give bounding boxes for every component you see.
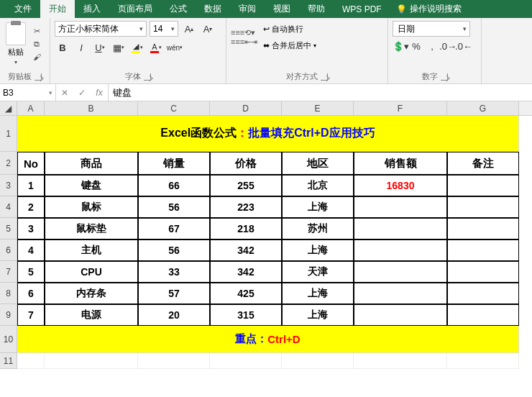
cell-item[interactable]: 键盘: [45, 175, 138, 196]
increase-font-button[interactable]: A▴: [181, 21, 197, 37]
percent-button[interactable]: %: [408, 38, 424, 54]
cell-no[interactable]: 2: [17, 196, 45, 218]
cell-qty[interactable]: 67: [138, 218, 210, 239]
col-header-A[interactable]: A: [17, 101, 45, 115]
cell-note[interactable]: [447, 175, 519, 196]
cell-region[interactable]: 天津: [282, 261, 354, 283]
cell-region[interactable]: 上海: [282, 196, 354, 218]
tab-file[interactable]: 文件: [6, 0, 40, 18]
cell[interactable]: [282, 353, 354, 369]
increase-decimal-button[interactable]: .0→: [440, 38, 456, 54]
comma-button[interactable]: ,: [424, 38, 440, 54]
cell-no[interactable]: 1: [17, 175, 45, 196]
cell-item[interactable]: 鼠标垫: [45, 218, 138, 239]
cell-qty[interactable]: 56: [138, 196, 210, 218]
cell-price[interactable]: 223: [210, 196, 282, 218]
currency-button[interactable]: 💲▾: [393, 38, 408, 54]
underline-button[interactable]: U▾: [92, 40, 108, 55]
fill-color-button[interactable]: ◢▾: [129, 40, 145, 55]
row-header-5[interactable]: 5: [0, 218, 17, 239]
number-launcher[interactable]: [441, 73, 448, 81]
cancel-button[interactable]: ✕: [56, 88, 73, 98]
decrease-indent-button[interactable]: ⇤: [244, 37, 251, 47]
tab-insert[interactable]: 插入: [75, 0, 109, 18]
bold-button[interactable]: B: [55, 40, 70, 55]
cell-qty[interactable]: 20: [138, 304, 210, 326]
cell-price[interactable]: 342: [210, 261, 282, 283]
hdr-qty[interactable]: 销量: [138, 152, 210, 175]
decrease-font-button[interactable]: A▾: [200, 21, 216, 37]
cell-note[interactable]: [447, 304, 519, 326]
increase-indent-button[interactable]: ⇥: [251, 37, 257, 47]
border-button[interactable]: ▦▾: [111, 40, 127, 55]
cell-price[interactable]: 218: [210, 218, 282, 239]
hdr-no[interactable]: No: [17, 152, 45, 175]
hdr-item[interactable]: 商品: [45, 152, 138, 175]
cell-no[interactable]: 6: [17, 283, 45, 304]
cell-note[interactable]: [447, 196, 519, 218]
cell-region[interactable]: 北京: [282, 175, 354, 196]
cell[interactable]: [210, 353, 282, 369]
phonetic-button[interactable]: wén▾: [167, 40, 183, 55]
col-header-B[interactable]: B: [45, 101, 138, 115]
col-header-E[interactable]: E: [282, 101, 354, 115]
col-header-C[interactable]: C: [138, 101, 210, 115]
font-color-button[interactable]: A▾: [148, 40, 164, 55]
tab-data[interactable]: 数据: [196, 0, 230, 18]
cell[interactable]: [138, 353, 210, 369]
cell-note[interactable]: [447, 218, 519, 239]
tab-review[interactable]: 审阅: [230, 0, 265, 18]
cell-no[interactable]: 5: [17, 261, 45, 283]
select-all-button[interactable]: ◢: [0, 101, 17, 115]
cell-sales[interactable]: [354, 261, 447, 283]
hdr-price[interactable]: 价格: [210, 152, 282, 175]
tab-formulas[interactable]: 公式: [161, 0, 196, 18]
cell-sales[interactable]: [354, 304, 447, 326]
italic-button[interactable]: I: [73, 40, 89, 55]
cell-price[interactable]: 255: [210, 175, 282, 196]
col-header-G[interactable]: G: [447, 101, 519, 115]
cell-qty[interactable]: 57: [138, 283, 210, 304]
tell-me[interactable]: 💡 操作说明搜索: [390, 3, 467, 15]
cell-qty[interactable]: 33: [138, 261, 210, 283]
fx-icon[interactable]: fx: [91, 88, 108, 98]
cell-note[interactable]: [447, 261, 519, 283]
enter-button[interactable]: ✓: [73, 88, 91, 98]
font-launcher[interactable]: [144, 73, 151, 81]
cell-qty[interactable]: 56: [138, 239, 210, 261]
cell-no[interactable]: 4: [17, 239, 45, 261]
row-header-3[interactable]: 3: [0, 175, 17, 196]
col-header-D[interactable]: D: [210, 101, 282, 115]
hdr-sales[interactable]: 销售额: [354, 152, 447, 175]
decrease-decimal-button[interactable]: .0←: [456, 38, 472, 54]
row-header-7[interactable]: 7: [0, 261, 17, 283]
tab-pagelayout[interactable]: 页面布局: [109, 0, 161, 18]
cell-no[interactable]: 7: [17, 304, 45, 326]
cell-price[interactable]: 315: [210, 304, 282, 326]
cell[interactable]: [354, 353, 447, 369]
row-header-4[interactable]: 4: [0, 196, 17, 218]
cell-price[interactable]: 425: [210, 283, 282, 304]
col-header-F[interactable]: F: [354, 101, 447, 115]
tab-wpspdf[interactable]: WPS PDF: [334, 0, 390, 18]
paste-button[interactable]: 粘贴 ▾: [4, 21, 27, 67]
row-header-1[interactable]: 1: [0, 116, 17, 152]
cell-qty[interactable]: 66: [138, 175, 210, 196]
cell-region[interactable]: 上海: [282, 239, 354, 261]
clipboard-launcher[interactable]: [35, 73, 42, 81]
cell-item[interactable]: 主机: [45, 239, 138, 261]
format-painter-button[interactable]: 🖌: [30, 51, 43, 63]
cell-item[interactable]: CPU: [45, 261, 138, 283]
align-launcher[interactable]: [321, 73, 328, 81]
hdr-region[interactable]: 地区: [282, 152, 354, 175]
title-cell[interactable]: Excel函数公式：批量填充Ctrl+D应用技巧: [17, 116, 519, 152]
tab-help[interactable]: 帮助: [299, 0, 334, 18]
tab-view[interactable]: 视图: [265, 0, 299, 18]
cell-item[interactable]: 电源: [45, 304, 138, 326]
row-header-11[interactable]: 11: [0, 353, 17, 369]
cut-button[interactable]: ✂: [30, 25, 43, 37]
cell-region[interactable]: 上海: [282, 283, 354, 304]
cell[interactable]: [17, 353, 45, 369]
row-header-8[interactable]: 8: [0, 283, 17, 304]
cell-note[interactable]: [447, 239, 519, 261]
